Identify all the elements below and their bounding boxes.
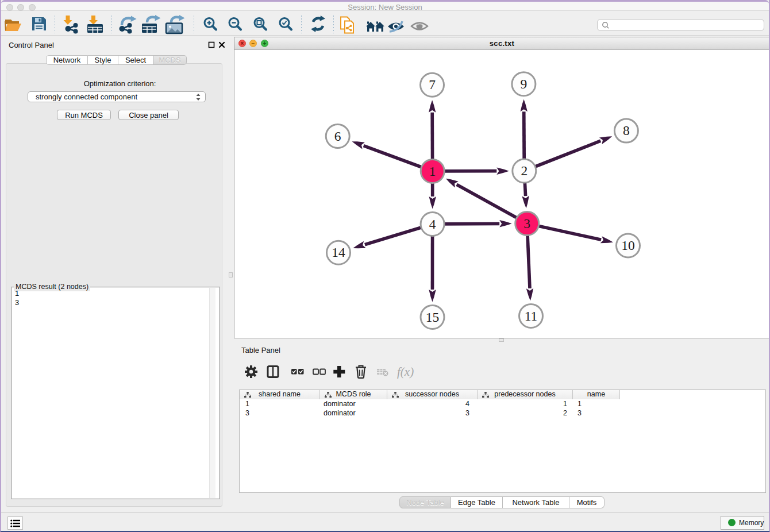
svg-text:14: 14 <box>332 245 345 260</box>
svg-text:6: 6 <box>334 129 341 144</box>
svg-text:7: 7 <box>429 77 436 92</box>
svg-text:3: 3 <box>523 216 530 231</box>
svg-text:15: 15 <box>426 310 440 325</box>
svg-text:1: 1 <box>429 164 436 179</box>
svg-text:11: 11 <box>525 309 538 323</box>
svg-text:9: 9 <box>521 76 528 91</box>
svg-text:f(x): f(x) <box>397 365 414 379</box>
svg-text:8: 8 <box>623 123 630 138</box>
svg-text:2: 2 <box>521 163 528 178</box>
svg-text:4: 4 <box>429 217 436 232</box>
svg-text:10: 10 <box>621 238 635 253</box>
